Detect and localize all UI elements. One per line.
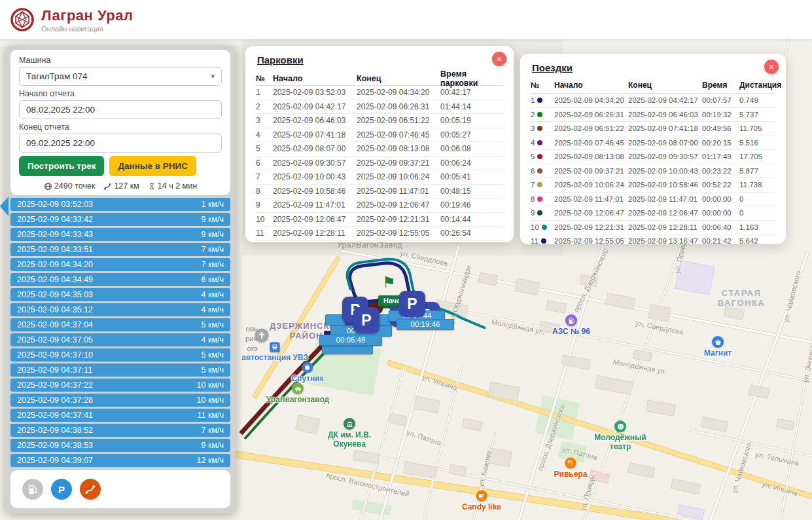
chevron-down-icon: ▾ [211,72,215,81]
track-point-time: 2025-02-09 04:38:53 [17,441,93,450]
parking-row: 42025-02-09 07:41:182025-02-09 07:46:450… [256,128,503,143]
app-header: Лагран Урал Онлайн навигация [0,0,812,39]
stat-points: 2490 точек [54,181,95,191]
table-header: №НачалоКонецВремяДистанция [531,77,775,94]
track-point-row[interactable]: 2025-02-09 04:33:517 км/ч [10,243,230,256]
trip-color-dot [537,98,542,103]
trips-toggle-button[interactable] [80,479,101,500]
cafe-icon[interactable] [476,491,487,502]
track-point-time: 2025-02-09 04:38:52 [17,426,93,435]
rnis-data-button[interactable]: Данные в РНИС [109,156,196,176]
track-point-row[interactable]: 2025-02-09 04:34:207 км/ч [10,258,230,271]
track-point-row[interactable]: 2025-02-09 03:52:031 км/ч [10,198,230,211]
track-point-row[interactable]: 2025-02-09 04:37:2810 км/ч [10,394,230,407]
parkings-toggle-button[interactable]: P [51,479,72,500]
poi-label: ДК им. И.В.Окунева [328,430,371,449]
track-point-row[interactable]: 2025-02-09 04:35:124 км/ч [10,303,230,316]
route-icon [103,182,112,191]
track-point-row[interactable]: 2025-02-09 04:37:105 км/ч [10,348,230,362]
report-start-input[interactable] [19,100,222,119]
track-point-speed: 9 км/ч [202,230,224,239]
track-point-time: 2025-02-09 04:39:07 [17,456,93,465]
track-point-row[interactable]: 2025-02-09 04:34:496 км/ч [10,273,230,286]
track-point-row[interactable]: 2025-02-09 04:35:034 км/ч [10,288,230,301]
parking-row: 62025-02-09 09:30:572025-02-09 09:37:210… [256,157,503,171]
track-stats: 2490 точек 127 км 14 ч 2 мин [19,181,222,191]
track-point-time: 2025-02-09 03:52:03 [17,200,93,209]
track-point-speed: 12 км/ч [197,456,224,465]
trip-row: 42025-02-09 07:46:452025-02-09 08:07:000… [531,136,775,151]
area-label: СТАРАЯВАГОНКА [718,288,766,308]
trip-color-dot [537,210,542,215]
trip-row: 82025-02-09 11:47:012025-02-09 11:47:010… [531,193,775,207]
vehicle-label: Машина [19,56,222,65]
parkings-panel: Парковки ✕ №НачалоКонецВремя парковки120… [245,46,514,242]
parking-row: 22025-02-09 04:42:172025-02-09 06:26:310… [256,100,503,115]
report-end-input[interactable] [19,134,222,153]
poi-label: Магнит [704,348,732,358]
basket-icon[interactable] [712,336,724,348]
table-header: №НачалоКонецВремя парковки [256,69,503,86]
parking-row: 82025-02-09 10:58:462025-02-09 11:47:010… [256,185,503,199]
parking-marker-icon[interactable]: P [353,307,380,333]
vehicle-select-value: ТагилТрам 074 [26,71,88,81]
build-track-button[interactable]: Построить трек [19,156,104,176]
poi-label: Уралвагонзавод [266,395,329,404]
close-icon[interactable]: ✕ [492,52,506,66]
track-point-row[interactable]: 2025-02-09 04:37:054 км/ч [10,333,230,346]
parking-marker-icon[interactable]: P [399,291,425,317]
cross-icon[interactable] [255,329,269,343]
stat-duration: 14 ч 2 мин [158,181,197,191]
track-point-row[interactable]: 2025-02-09 04:33:429 км/ч [10,213,230,226]
fuel-icon[interactable] [565,314,577,326]
trips-panel-title: Поездки [532,62,786,73]
close-icon[interactable]: ✕ [764,60,779,74]
trip-row: 62025-02-09 09:37:212025-02-09 10:00:430… [531,164,775,179]
fuel-icon [27,483,39,495]
bag-icon[interactable] [302,362,313,373]
museum-icon[interactable] [344,418,355,430]
track-point-row[interactable]: 2025-02-09 04:38:527 км/ч [10,424,230,437]
parking-row: 112025-02-09 12:28:112025-02-09 12:55:05… [256,227,503,241]
track-point-time: 2025-02-09 04:33:51 [17,245,93,254]
brand-subtitle: Онлайн навигация [41,25,133,33]
track-point-row[interactable]: 2025-02-09 04:37:045 км/ч [10,318,230,331]
track-point-row[interactable]: 2025-02-09 04:33:439 км/ч [10,228,230,241]
track-point-speed: 4 км/ч [202,335,224,344]
poi-label: Candy like [462,502,501,511]
trips-panel: Поездки ✕ №НачалоКонецВремяДистанция1202… [520,54,786,244]
poi-label: Ривьера [554,470,588,479]
app: ул. Свердловаул. СвердловаМолодёжная ул.… [0,0,812,520]
fuel-toggle-button[interactable] [22,479,43,500]
trip-color-dot [537,182,542,187]
vehicle-select[interactable]: ТагилТрам 074 ▾ [19,67,222,86]
bus-icon[interactable] [270,343,280,352]
brand-logo-icon [9,7,35,33]
sidebar-collapse-handle[interactable] [0,196,9,216]
trip-color-dot [542,225,547,230]
duration-tooltip[interactable]: 00:05:48 [319,335,382,346]
car-icon[interactable] [292,382,304,394]
parking-row: 102025-02-09 12:06:472025-02-09 12:21:31… [256,213,503,227]
track-point-row[interactable]: 2025-02-09 04:39:0712 км/ч [10,454,230,467]
track-point-time: 2025-02-09 04:35:03 [17,290,93,299]
poi-label: Молодёжныйтеатр [594,433,646,451]
trip-row: 12025-02-09 04:34:202025-02-09 04:42:170… [531,94,775,108]
track-point-row[interactable]: 2025-02-09 04:37:2210 км/ч [10,379,230,392]
restaurant-icon[interactable] [565,458,576,469]
track-point-row[interactable]: 2025-02-09 04:37:115 км/ч [10,363,230,377]
trip-color-dot [537,126,542,131]
track-point-speed: 9 км/ч [202,215,224,224]
track-point-row[interactable]: 2025-02-09 04:38:539 км/ч [10,439,230,452]
track-point-time: 2025-02-09 04:33:42 [17,215,93,224]
track-point-time: 2025-02-09 04:33:43 [17,230,93,239]
globe-icon [44,182,52,191]
trip-row: 52025-02-09 08:13:082025-02-09 09:30:570… [531,150,775,164]
duration-tooltip[interactable]: 00:19:46 [397,319,454,330]
track-point-time: 2025-02-09 04:37:05 [17,335,93,344]
parkings-table: №НачалоКонецВремя парковки12025-02-09 03… [245,69,514,241]
trip-color-dot [537,112,542,117]
track-point-row[interactable]: 2025-02-09 04:37:4111 км/ч [10,409,230,422]
theater-icon[interactable] [614,420,626,432]
track-point-speed: 9 км/ч [202,441,224,450]
